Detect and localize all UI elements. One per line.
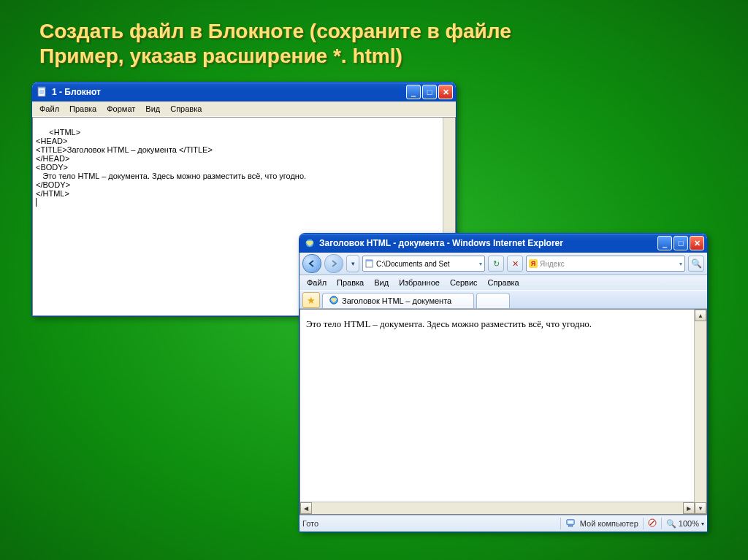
slide-title: Создать файл в Блокноте (сохраните в фай… bbox=[39, 19, 719, 68]
new-tab-button[interactable] bbox=[476, 293, 510, 308]
zoom-value: 100% bbox=[679, 519, 699, 528]
tab-active[interactable]: Заголовок HTML – документа bbox=[322, 293, 474, 308]
back-button[interactable] bbox=[302, 254, 321, 273]
close-button[interactable]: ✕ bbox=[438, 85, 453, 99]
forward-button[interactable] bbox=[324, 254, 343, 273]
tab-label: Заголовок HTML – документа bbox=[342, 296, 451, 305]
close-button[interactable]: ✕ bbox=[690, 236, 704, 250]
page-body-text: Это тело HTML – документа. Здесь можно р… bbox=[306, 318, 592, 329]
nav-dropdown-button[interactable]: ▾ bbox=[346, 255, 359, 272]
scroll-left-button[interactable]: ◀ bbox=[300, 502, 312, 514]
search-placeholder: Яндекс bbox=[540, 260, 565, 268]
computer-icon bbox=[565, 518, 576, 529]
address-text: C:\Documents and Set bbox=[376, 260, 450, 268]
minimize-button[interactable]: ‗ bbox=[657, 236, 672, 250]
slide-background: Создать файл в Блокноте (сохраните в фай… bbox=[0, 0, 748, 560]
svg-rect-11 bbox=[568, 526, 572, 527]
menu-view[interactable]: Вид bbox=[370, 277, 393, 288]
ie-tabstrip: ★ Заголовок HTML – документа bbox=[299, 291, 707, 309]
notepad-text-content: <HTML> <HEAD> <TITLE>Заголовок HTML – до… bbox=[36, 128, 306, 198]
menu-view[interactable]: Вид bbox=[141, 103, 164, 115]
search-box[interactable]: Я Яндекс ▾ bbox=[526, 256, 685, 272]
ie-statusbar: Гото Мой компьютер 🔍 100% ▾ bbox=[299, 515, 707, 532]
refresh-button[interactable]: ↻ bbox=[488, 256, 504, 272]
svg-rect-1 bbox=[38, 87, 45, 88]
ie-window: Заголовок HTML - документа - Windows Int… bbox=[299, 233, 708, 532]
search-dropdown-icon[interactable]: ▾ bbox=[679, 261, 682, 267]
horizontal-scrollbar[interactable]: ◀ ▶ bbox=[300, 502, 695, 514]
ie-nav-toolbar: ▾ C:\Documents and Set ▾ ↻ ✕ Я Яндекс ▾ … bbox=[299, 253, 707, 275]
menu-edit[interactable]: Правка bbox=[65, 103, 101, 115]
text-cursor bbox=[36, 198, 37, 207]
svg-rect-7 bbox=[366, 260, 373, 261]
zoom-icon: 🔍 bbox=[666, 519, 676, 529]
status-separator bbox=[560, 518, 561, 529]
menu-tools[interactable]: Сервис bbox=[446, 277, 482, 288]
favorites-button[interactable]: ★ bbox=[302, 292, 320, 308]
menu-file[interactable]: Файл bbox=[302, 277, 331, 288]
ie-titlebar[interactable]: Заголовок HTML - документа - Windows Int… bbox=[299, 234, 707, 253]
ie-icon bbox=[304, 237, 316, 249]
yandex-icon: Я bbox=[529, 259, 538, 268]
notepad-title-text: 1 - Блокнот bbox=[52, 87, 101, 97]
scroll-right-button[interactable]: ▶ bbox=[683, 502, 695, 514]
notepad-titlebar[interactable]: 1 - Блокнот ‗ □ ✕ bbox=[32, 83, 456, 101]
ie-menubar: Файл Правка Вид Избранное Сервис Справка bbox=[299, 275, 707, 291]
ie-page-body[interactable]: Это тело HTML – документа. Здесь можно р… bbox=[299, 309, 707, 515]
menu-help[interactable]: Справка bbox=[166, 103, 206, 115]
stop-button[interactable]: ✕ bbox=[507, 256, 523, 272]
scroll-down-button[interactable]: ▼ bbox=[695, 502, 706, 514]
protected-mode-icon bbox=[648, 518, 657, 529]
address-dropdown-icon[interactable]: ▾ bbox=[479, 261, 482, 267]
page-icon bbox=[365, 259, 374, 268]
notepad-icon bbox=[37, 86, 48, 98]
menu-help[interactable]: Справка bbox=[484, 277, 524, 288]
address-bar[interactable]: C:\Documents and Set ▾ bbox=[362, 256, 485, 272]
search-go-button[interactable]: 🔍 bbox=[688, 256, 704, 272]
maximize-button[interactable]: □ bbox=[673, 236, 688, 250]
vertical-scrollbar[interactable]: ▲ ▼ bbox=[694, 310, 706, 514]
maximize-button[interactable]: □ bbox=[422, 85, 437, 99]
menu-file[interactable]: Файл bbox=[35, 103, 64, 115]
status-zone: Мой компьютер bbox=[580, 519, 638, 528]
ie-title-text: Заголовок HTML - документа - Windows Int… bbox=[319, 238, 563, 248]
zoom-control[interactable]: 🔍 100% ▾ bbox=[666, 519, 704, 529]
minimize-button[interactable]: ‗ bbox=[406, 85, 421, 99]
status-ready: Гото bbox=[302, 519, 318, 528]
svg-rect-10 bbox=[568, 521, 573, 523]
scroll-track[interactable] bbox=[695, 321, 706, 502]
status-separator bbox=[643, 518, 644, 529]
menu-format[interactable]: Формат bbox=[102, 103, 140, 115]
scroll-up-button[interactable]: ▲ bbox=[695, 310, 706, 321]
menu-favorites[interactable]: Избранное bbox=[394, 277, 444, 288]
menu-edit[interactable]: Правка bbox=[332, 277, 368, 288]
status-separator bbox=[661, 518, 662, 529]
ie-tab-icon bbox=[329, 295, 339, 307]
zoom-dropdown-icon[interactable]: ▾ bbox=[701, 521, 704, 527]
notepad-menubar: Файл Правка Формат Вид Справка bbox=[32, 101, 456, 117]
